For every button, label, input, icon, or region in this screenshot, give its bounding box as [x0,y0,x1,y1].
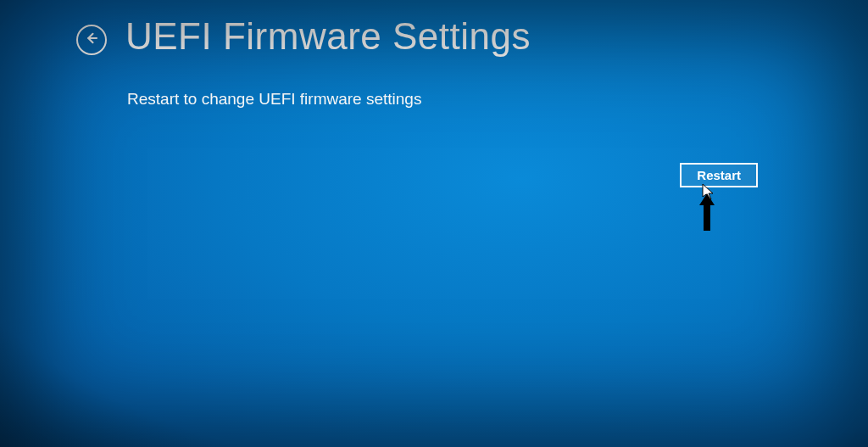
restart-button[interactable]: Restart [680,163,758,187]
arrow-left-icon [84,31,99,49]
annotation-arrow-icon [698,193,716,234]
page-subtitle: Restart to change UEFI firmware settings [127,90,868,109]
page-title: UEFI Firmware Settings [125,15,531,58]
back-button[interactable] [76,25,107,55]
